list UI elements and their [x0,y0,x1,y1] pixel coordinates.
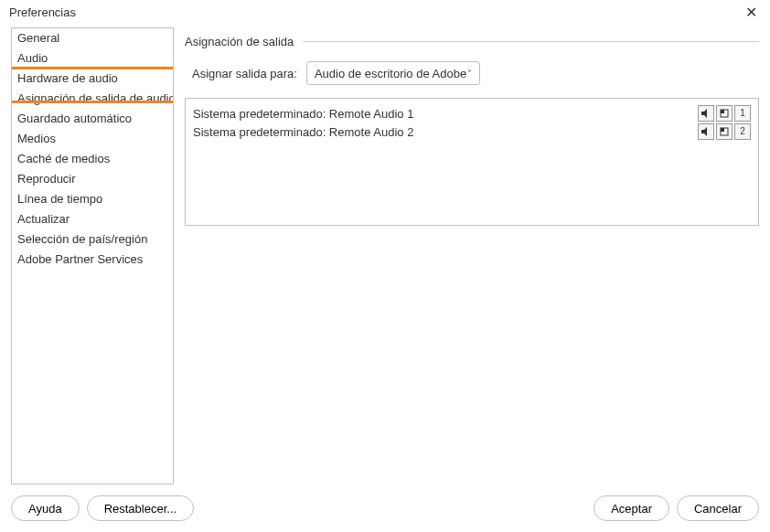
main-panel: Asignación de salida Asignar salida para… [185,27,759,484]
dropdown-value: Audio de escritorio de Adobe [315,67,466,80]
assign-output-dropdown[interactable]: Audio de escritorio de Adobe ˅ [306,61,480,85]
reset-button[interactable]: Restablecer... [87,495,195,521]
output-row[interactable]: Sistema predeterminado: Remote Audio 11 [193,104,751,122]
svg-marker-3 [701,127,707,136]
sidebar-item[interactable]: Adobe Partner Services [12,250,173,270]
help-button[interactable]: Ayuda [11,495,80,521]
speaker-left-icon[interactable] [698,123,714,140]
svg-rect-5 [721,128,724,132]
sidebar-item[interactable]: Reproducir [12,169,173,189]
channel-number[interactable]: 2 [734,123,751,140]
ok-button[interactable]: Aceptar [594,495,669,521]
output-row-icons: 1 [698,105,751,122]
output-row-icons: 2 [698,123,751,140]
chevron-down-icon: ˅ [467,69,472,79]
svg-rect-2 [721,110,724,113]
channel-map-icon[interactable] [716,105,733,122]
sidebar-item[interactable]: Caché de medios [12,149,173,169]
output-list-panel: Sistema predeterminado: Remote Audio 11S… [185,98,759,226]
sidebar-item[interactable]: Hardware de audio [12,69,173,89]
channel-number[interactable]: 1 [734,105,751,122]
close-icon[interactable]: ✕ [742,4,761,21]
sidebar-item[interactable]: Actualizar [12,209,173,229]
sidebar-item[interactable]: Guardado automático [12,109,173,129]
speaker-left-icon[interactable] [698,105,714,122]
window-title: Preferencias [9,5,76,19]
channel-map-icon[interactable] [716,123,733,140]
sidebar-item[interactable]: Asignación de salida de audio [12,89,173,109]
preferences-sidebar: GeneralAudioHardware de audioAsignación … [11,27,174,484]
output-row[interactable]: Sistema predeterminado: Remote Audio 22 [193,122,751,141]
divider [303,41,759,42]
sidebar-item[interactable]: General [12,28,173,48]
output-row-label: Sistema predeterminado: Remote Audio 1 [193,107,413,121]
sidebar-item[interactable]: Audio [12,48,173,69]
section-title: Asignación de salida [185,35,294,48]
assign-output-label: Asignar salida para: [192,67,297,80]
output-row-label: Sistema predeterminado: Remote Audio 2 [193,125,413,139]
cancel-button[interactable]: Cancelar [677,495,759,521]
svg-marker-0 [701,109,707,118]
sidebar-item[interactable]: Medios [12,129,173,149]
sidebar-item[interactable]: Línea de tiempo [12,189,173,209]
sidebar-item[interactable]: Selección de país/región [12,229,173,250]
